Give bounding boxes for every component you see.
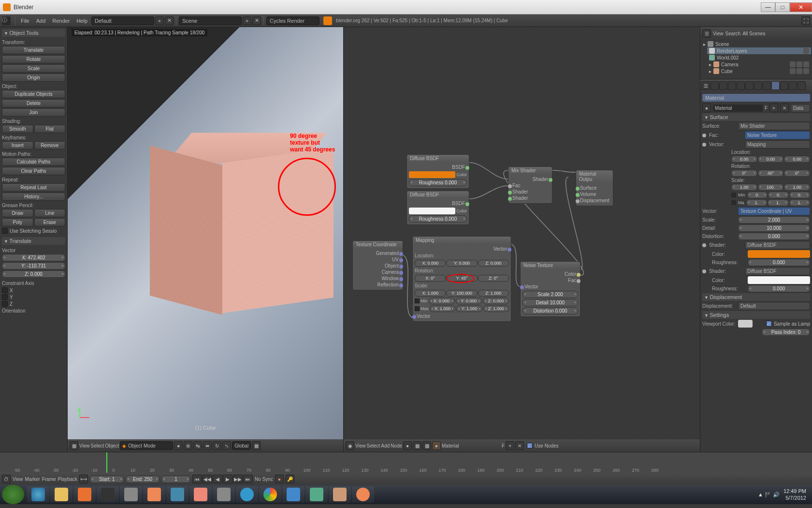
manipulator-icon[interactable]: ↹ [193,441,202,450]
scale-y[interactable]: Y: 100.000 [446,290,477,297]
pivot-icon[interactable]: ⊕ [184,441,192,450]
editor-type-icon[interactable]: ▦ [70,441,78,450]
particles-tab[interactable] [789,81,797,90]
world-tab[interactable] [728,81,736,90]
rot-x[interactable]: X: 0° [415,275,446,282]
color-swatch[interactable] [409,171,455,178]
sketching-checkbox[interactable] [2,228,8,234]
jump-end-button[interactable]: ⏭ [243,475,253,483]
tex-type-icon[interactable]: ▩ [422,441,431,450]
calc-paths-button[interactable]: Calculate Paths [2,158,65,166]
translate-button[interactable]: Translate [2,46,65,54]
outliner-item-cube[interactable]: ▸Cube [707,68,811,75]
noise-scale-field[interactable]: 2.000 [738,216,810,224]
material-dropdown[interactable]: Material [442,443,500,448]
noise-scale[interactable]: Scale 2.000 [522,291,578,298]
min-check[interactable] [731,193,736,197]
loc-x[interactable]: X: 0.000 [415,260,446,267]
max-check[interactable] [731,200,736,205]
taskbar-ie[interactable] [27,486,49,503]
data-tab[interactable] [763,81,771,90]
layout-dropdown[interactable]: Default [91,16,154,25]
rotate-button[interactable]: Rotate [2,55,65,63]
constraint-y-checkbox[interactable] [2,294,8,300]
comp-type-icon[interactable]: ▦ [413,441,421,450]
keying-icon[interactable]: 🔑 [286,475,294,483]
flat-button[interactable]: Flat [34,125,66,133]
maximize-button[interactable]: □ [775,2,790,12]
render-tab[interactable] [710,81,719,90]
taskbar-app10[interactable] [352,486,374,503]
outliner-filter[interactable]: All Scenes [742,31,810,36]
taskbar-app1[interactable] [97,486,119,503]
node-material-output[interactable]: Material Outpu Surface Volume Displaceme… [576,170,613,206]
start-button[interactable] [2,485,24,504]
ne-view-menu[interactable]: View [355,443,366,448]
scene-tab[interactable] [719,81,727,90]
ne-select-menu[interactable]: Select [367,443,380,448]
smooth-button[interactable]: Smooth [2,125,33,133]
loc-x[interactable]: 0.00 [731,156,757,163]
rot-z[interactable]: Z: 0° [478,275,509,282]
vp-select-menu[interactable]: Select [91,443,104,448]
autokey-icon[interactable]: ● [275,475,284,483]
rot-x[interactable]: 0° [731,170,757,177]
taskbar-chrome[interactable] [259,486,281,503]
vec-src-dropdown[interactable]: Texture Coordinate | UV [738,207,810,215]
sc-z[interactable]: 1.00 [784,184,810,191]
surface-panel-header[interactable]: Surface [702,113,810,121]
scale-z[interactable]: Z: 1.000 [478,290,509,297]
translate-x-field[interactable]: X: 472.402 [2,254,65,261]
taskbar-hp[interactable] [236,486,258,503]
scale-x[interactable]: X: 1.000 [415,290,446,297]
del-mat-btn[interactable]: ✕ [780,104,789,112]
taskbar-app4[interactable] [166,486,188,503]
editor-type-icon[interactable]: ⏱ [2,475,11,483]
min-checkbox[interactable] [415,299,420,303]
rot-y[interactable]: 45° [758,170,784,177]
editor-type-icon[interactable]: ☰ [702,29,711,38]
tl-view-menu[interactable]: View [13,477,23,482]
max-checkbox[interactable] [415,306,420,311]
noise-detail-field[interactable]: 10.000 [738,224,810,232]
taskbar-media[interactable] [73,486,96,503]
constraints-tab[interactable] [745,81,754,90]
taskbar-app2[interactable] [120,486,142,503]
outliner-item-world[interactable]: World.002 [707,54,811,61]
gp-erase-button[interactable]: Erase [34,218,66,226]
data-link-dropdown[interactable]: Data [791,104,810,112]
orientation-dropdown[interactable]: Global [232,441,251,450]
prev-keyframe-button[interactable]: ◀◀ [203,475,212,483]
outliner-item-scene[interactable]: ▸Scene [701,41,811,47]
node-texture-coordinate[interactable]: Texture Coordinate Generated UV Object C… [352,240,403,290]
pass-index-field[interactable]: Pass Index: 0 [762,329,810,336]
origin-button[interactable]: Origin [2,74,65,82]
displacement-panel-header[interactable]: Displacement [702,293,810,301]
taskbar-app5[interactable] [189,486,212,503]
roughness-field[interactable]: Roughness 0.000 [409,179,467,186]
rough2-field[interactable]: 0.000 [748,285,810,292]
noise-dist-field[interactable]: 0.000 [738,233,810,240]
object-tab[interactable] [737,81,745,90]
menu-add[interactable]: Add [33,18,49,24]
settings-panel-header[interactable]: Settings [702,311,810,319]
repeat-last-button[interactable]: Repeat Last [2,183,65,192]
material-slot[interactable]: Material [702,94,810,102]
system-clock[interactable]: 12:49 PM 5/7/2012 [783,488,806,501]
taskbar-explorer[interactable] [50,486,72,503]
play-button[interactable]: ▶ [223,475,232,483]
fullscreen-button[interactable]: ⛶ [801,16,810,25]
node-mix-shader[interactable]: Mix Shader Shader Fac Shader Shader [508,166,552,204]
translate-z-field[interactable]: Z: 0.000 [2,270,65,278]
tray-icons[interactable]: ▲ 🏴 🔊 [758,492,780,498]
sc-y[interactable]: 100. [758,184,784,191]
rough1-field[interactable]: 0.000 [748,259,810,266]
material-tab[interactable] [771,81,780,90]
timeline-ruler[interactable]: -50-40-30-20-100102030405060708090100110… [0,452,812,473]
render-engine-dropdown[interactable]: Cycles Render [266,16,319,25]
loc-z[interactable]: 0.00 [784,156,810,163]
vector-dropdown[interactable]: Mapping [745,140,810,149]
del-mat-button[interactable]: ✕ [515,441,524,450]
roughness-field[interactable]: Roughness 0.000 [409,215,467,223]
editor-type-icon[interactable]: ◉ [346,441,354,450]
